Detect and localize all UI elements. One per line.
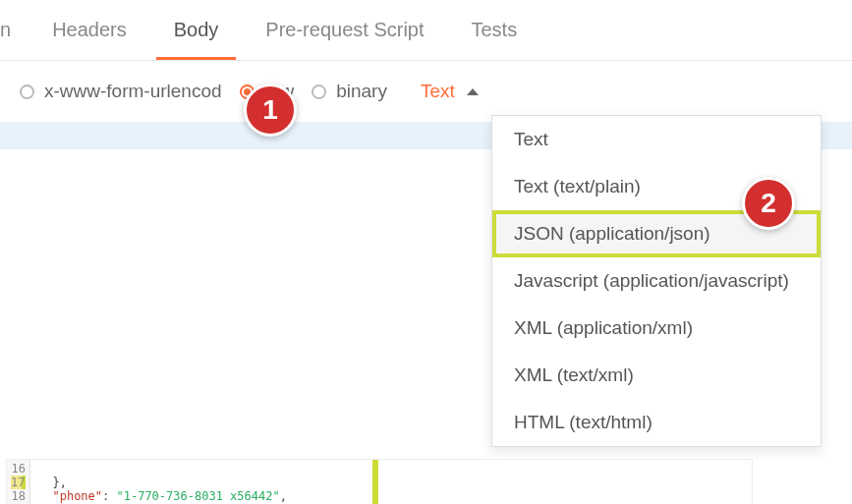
content-type-selector[interactable]: Text: [421, 81, 479, 102]
annotation-badge-2: 2: [742, 177, 795, 230]
annotation-badge-1: 1: [244, 84, 297, 137]
line-gutter: 16 17 18 19: [7, 460, 30, 504]
tab-tests[interactable]: Tests: [448, 1, 541, 59]
content-type-dropdown: Text Text (text/plain) JSON (application…: [491, 115, 822, 447]
tab-headers[interactable]: Headers: [28, 1, 150, 59]
line-number: 16: [11, 462, 26, 476]
tab-body[interactable]: Body: [150, 1, 243, 59]
dropdown-item-xmlapp[interactable]: XML (application/xml): [492, 305, 821, 352]
dropdown-item-html[interactable]: HTML (text/html): [492, 399, 821, 446]
dropdown-item-xmltext[interactable]: XML (text/xml): [492, 352, 821, 399]
dropdown-item-text[interactable]: Text: [492, 116, 821, 163]
body-type-row: x-www-form-urlencod raw binary Text: [0, 61, 852, 122]
request-tabs: n Headers Body Pre-request Script Tests: [0, 0, 852, 61]
radio-label-binary: binary: [336, 81, 387, 102]
content-type-label: Text: [421, 81, 455, 102]
dropdown-item-javascript[interactable]: Javascript (application/javascript): [492, 257, 821, 305]
radio-icon: [20, 84, 34, 99]
code-editor[interactable]: 16 17 18 19 }, "phone": "1-770-736-8031 …: [6, 459, 753, 504]
line-number: 17: [11, 476, 26, 489]
caret-up-icon: [467, 88, 479, 95]
code-content: }, "phone": "1-770-736-8031 x56442", "we…: [30, 460, 752, 504]
radio-icon: [312, 84, 326, 99]
line-number: 18: [11, 489, 26, 503]
tab-prerequest[interactable]: Pre-request Script: [242, 1, 447, 59]
tab-partial[interactable]: n: [0, 1, 28, 59]
radio-label-urlencoded: x-www-form-urlencod: [44, 81, 222, 102]
radio-urlencoded[interactable]: x-www-form-urlencod: [20, 81, 222, 102]
radio-binary[interactable]: binary: [312, 81, 387, 102]
